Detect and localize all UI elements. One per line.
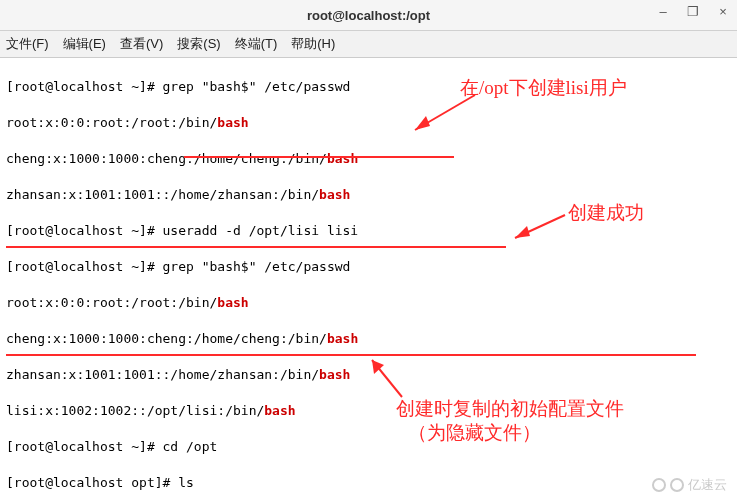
term-line: [root@localhost ~]# useradd -d /opt/lisi… [6, 222, 731, 240]
menu-search[interactable]: 搜索(S) [177, 35, 220, 53]
window-title: root@localhost:/opt [0, 8, 737, 23]
menu-bar: 文件(F) 编辑(E) 查看(V) 搜索(S) 终端(T) 帮助(H) [0, 31, 737, 58]
watermark-icon [670, 478, 684, 492]
window-titlebar: root@localhost:/opt – ❐ × [0, 0, 737, 31]
maximize-button[interactable]: ❐ [685, 4, 701, 19]
term-line: cheng:x:1000:1000:cheng:/home/cheng:/bin… [6, 150, 731, 168]
term-line: zhansan:x:1001:1001::/home/zhansan:/bin/… [6, 186, 731, 204]
minimize-button[interactable]: – [655, 4, 671, 19]
term-line: root:x:0:0:root:/root:/bin/bash [6, 294, 731, 312]
term-line: [root@localhost ~]# cd /opt [6, 438, 731, 456]
menu-help[interactable]: 帮助(H) [291, 35, 335, 53]
menu-view[interactable]: 查看(V) [120, 35, 163, 53]
term-line: [root@localhost ~]# grep "bash$" /etc/pa… [6, 78, 731, 96]
watermark-text: 亿速云 [688, 476, 727, 494]
term-line: cheng:x:1000:1000:cheng:/home/cheng:/bin… [6, 330, 731, 348]
terminal-output[interactable]: [root@localhost ~]# grep "bash$" /etc/pa… [0, 58, 737, 500]
watermark-icon [652, 478, 666, 492]
window-controls: – ❐ × [655, 4, 731, 19]
term-line: root:x:0:0:root:/root:/bin/bash [6, 114, 731, 132]
menu-edit[interactable]: 编辑(E) [63, 35, 106, 53]
term-line: [root@localhost ~]# grep "bash$" /etc/pa… [6, 258, 731, 276]
term-line: [root@localhost opt]# ls [6, 474, 731, 492]
watermark: 亿速云 [652, 476, 727, 494]
close-button[interactable]: × [715, 4, 731, 19]
menu-file[interactable]: 文件(F) [6, 35, 49, 53]
menu-terminal[interactable]: 终端(T) [235, 35, 278, 53]
term-line: zhansan:x:1001:1001::/home/zhansan:/bin/… [6, 366, 731, 384]
term-line: lisi:x:1002:1002::/opt/lisi:/bin/bash [6, 402, 731, 420]
